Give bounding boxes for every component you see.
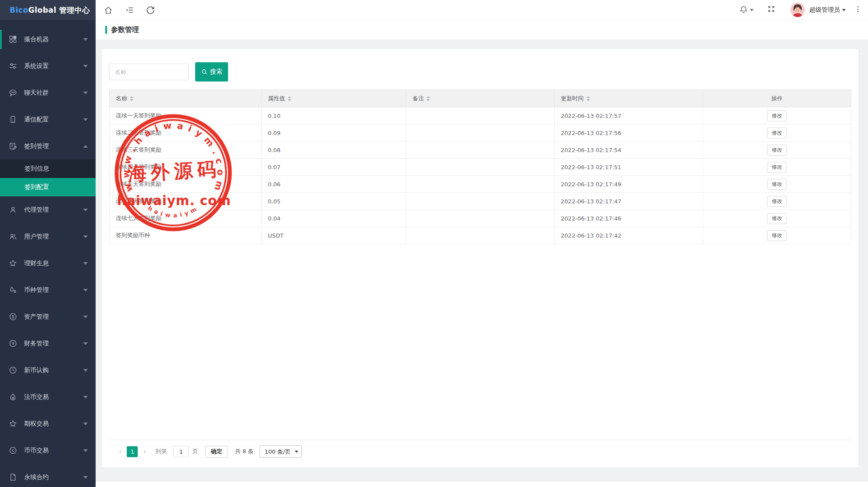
goto-confirm-button[interactable]: 确定 [205, 446, 228, 458]
sidebar-item-asset-management[interactable]: $ 资产管理 [0, 303, 96, 330]
cell-value: 0.07 [261, 159, 406, 176]
page-size-select[interactable]: 100 条/页 [260, 445, 302, 458]
page-title-bar: 参数管理 [96, 20, 868, 39]
column-header-remark[interactable]: 备注 [406, 90, 554, 107]
sidebar-subitem-checkin-config[interactable]: 签到配置 [0, 178, 96, 196]
chat-icon [9, 89, 17, 97]
cell-name: 连续六天签到奖励 [110, 193, 262, 210]
cell-value: 0.09 [261, 124, 406, 142]
cell-remark [406, 176, 554, 193]
sort-icon[interactable] [586, 96, 590, 101]
sidebar-item-spot-trading[interactable]: 币币交易 [0, 437, 96, 464]
cell-time: 2022-06-13 02:17:46 [554, 210, 703, 227]
edit-button[interactable]: 修改 [767, 110, 786, 121]
cell-name: 连续一天签到奖励 [110, 107, 262, 124]
sidebar-item-coin-management[interactable]: 币种管理 [0, 277, 96, 303]
fullscreen-button[interactable] [767, 5, 775, 15]
chevron-down-icon [83, 342, 88, 345]
sort-icon[interactable] [288, 96, 291, 101]
cell-value: 0.05 [261, 193, 406, 210]
edit-button[interactable]: 修改 [767, 196, 786, 207]
cell-name: 连续五天签到奖励 [110, 176, 262, 193]
chevron-down-icon [83, 92, 88, 94]
edit-button[interactable]: 修改 [767, 145, 786, 156]
sidebar-item-option-trading[interactable]: 期权交易 [0, 410, 96, 437]
sidebar-item-perpetual-contract[interactable]: 永续合约 [0, 464, 96, 487]
sidebar-item-label: 币币交易 [24, 447, 83, 455]
star-icon [9, 259, 17, 267]
cell-name: 连续三天签到奖励 [110, 142, 262, 159]
notifications-button[interactable] [739, 5, 754, 14]
cell-name: 连续四天签到奖励 [110, 159, 262, 176]
avatar-image [790, 3, 805, 17]
refresh-icon[interactable] [146, 5, 155, 15]
page-title: 参数管理 [111, 25, 139, 35]
cell-time: 2022-06-13 02:17:49 [554, 176, 703, 193]
sidebar-item-checkin-management[interactable]: 签到管理 [0, 133, 96, 160]
avatar[interactable] [790, 3, 805, 17]
table-row: 连续一天签到奖励 0.10 2022-06-13 02:17:57 修改 [110, 107, 851, 124]
sidebar-item-wealth-interest[interactable]: 理财生息 [0, 250, 96, 277]
main-area: 超级管理员 参数管理 搜索 名称 属性值 备注 [96, 0, 868, 487]
edit-button[interactable]: 修改 [767, 179, 786, 190]
chevron-down-icon [842, 9, 846, 11]
table-row: 连续四天签到奖励 0.07 2022-06-13 02:17:51 修改 [110, 159, 851, 176]
sidebar-item-label: 新币认购 [24, 366, 83, 374]
column-header-time[interactable]: 更新时间 [554, 90, 703, 107]
sidebar-item-communication-config[interactable]: 通信配置 [0, 106, 96, 133]
column-header-label: 备注 [412, 95, 424, 102]
sort-icon[interactable] [426, 96, 430, 101]
chevron-down-icon [83, 209, 88, 211]
cell-name: 连续七天签到奖励 [110, 210, 262, 227]
sidebar-item-label: 用户管理 [24, 233, 83, 241]
search-button[interactable]: 搜索 [195, 62, 228, 82]
sidebar-item-user-management[interactable]: 用户管理 [0, 223, 96, 250]
next-page-button[interactable]: › [139, 448, 149, 455]
home-icon[interactable] [104, 5, 113, 15]
sidebar-item-finance-management[interactable]: ¥ 财务管理 [0, 330, 96, 357]
sort-icon[interactable] [130, 96, 133, 101]
edit-button[interactable]: 修改 [767, 213, 786, 224]
page-number-current[interactable]: 1 [127, 446, 138, 457]
main-footer [96, 481, 868, 487]
goto-page-input[interactable] [173, 446, 189, 457]
column-header-value[interactable]: 属性值 [261, 90, 406, 107]
cell-value: 0.10 [261, 107, 406, 124]
bell-icon [739, 5, 748, 14]
more-menu-button[interactable] [854, 5, 862, 15]
cell-value: 0.06 [261, 176, 406, 193]
cell-time: 2022-06-13 02:17:51 [554, 159, 703, 176]
sidebar-item-agent-management[interactable]: 代理管理 [0, 196, 96, 223]
cell-time: 2022-06-13 02:17:54 [554, 142, 703, 159]
chevron-down-icon [83, 38, 88, 41]
sidebar-item-fiat-trading[interactable]: 法币交易 [0, 384, 96, 410]
sidebar-item-new-coin-subscription[interactable]: 新币认购 [0, 357, 96, 384]
prev-page-button[interactable]: ‹ [115, 448, 125, 455]
sidebar-item-label: 资产管理 [24, 313, 83, 321]
sidebar-item-matching-robot[interactable]: 撮合机器 [0, 26, 96, 53]
cell-time: 2022-06-13 02:17:47 [554, 193, 703, 210]
table-row: 签到奖励币种 USDT 2022-06-13 02:17:42 修改 [110, 227, 851, 244]
search-input[interactable] [109, 64, 189, 80]
grid-icon [9, 35, 17, 43]
column-header-action: 操作 [703, 90, 851, 107]
submenu-item-label: 签到信息 [25, 165, 49, 173]
column-header-name[interactable]: 名称 [110, 90, 262, 107]
sidebar-subitem-checkin-info[interactable]: 签到信息 [0, 160, 96, 178]
cell-remark [406, 142, 554, 159]
sidebar-item-system-settings[interactable]: 系统设置 [0, 53, 96, 79]
edit-button[interactable]: 修改 [767, 230, 786, 241]
edit-button[interactable]: 修改 [767, 162, 786, 173]
column-header-label: 更新时间 [561, 95, 584, 102]
submenu-item-label: 签到配置 [25, 183, 49, 191]
sidebar-item-chat-community[interactable]: 聊天社群 [0, 79, 96, 106]
user-menu[interactable]: 超级管理员 [809, 6, 846, 14]
sidebar-item-label: 代理管理 [24, 206, 83, 214]
chevron-down-icon [83, 118, 88, 121]
device-icon [9, 115, 17, 124]
cell-value: 0.04 [261, 210, 406, 227]
column-header-label: 操作 [771, 95, 782, 102]
edit-button[interactable]: 修改 [767, 128, 786, 139]
collapse-menu-icon[interactable] [125, 5, 134, 15]
cell-name: 签到奖励币种 [110, 227, 262, 244]
